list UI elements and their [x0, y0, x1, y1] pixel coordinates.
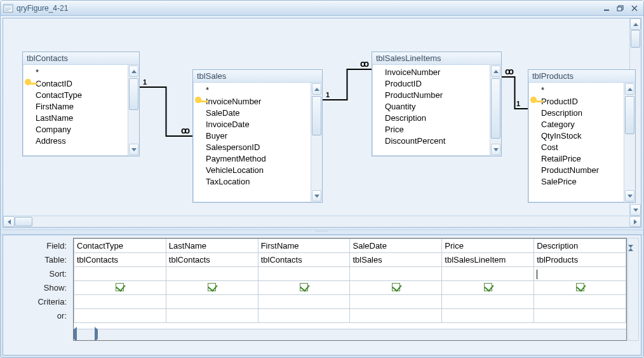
grid-cell-table[interactable]: tblContacts	[74, 253, 166, 267]
scroll-thumb[interactable]	[491, 78, 500, 139]
show-checkbox[interactable]	[300, 283, 308, 291]
designer-horizontal-scrollbar[interactable]	[3, 216, 641, 227]
scroll-up-icon[interactable]	[491, 65, 500, 77]
grid-cell-show[interactable]	[350, 281, 442, 295]
table-scrollbar[interactable]	[311, 83, 322, 202]
table-header[interactable]: tblProducts	[528, 70, 635, 83]
show-checkbox[interactable]	[576, 283, 584, 291]
grid-cell-sort[interactable]	[350, 267, 442, 281]
table-header[interactable]: tblContacts	[23, 52, 139, 65]
grid-cell-show[interactable]	[166, 281, 258, 295]
field-item[interactable]: Description	[372, 112, 490, 123]
pane-splitter[interactable]: ••••••••••	[1, 230, 643, 235]
field-item[interactable]: Description	[528, 107, 624, 118]
scroll-right-icon[interactable]	[629, 216, 641, 227]
grid-cell-field[interactable]: ContactType	[74, 239, 166, 253]
scroll-down-icon[interactable]	[491, 144, 500, 155]
qbe-grid[interactable]: ContactTypeLastNameFirstNameSaleDatePric…	[74, 238, 626, 323]
grid-vertical-scrollbar[interactable]	[627, 238, 639, 341]
show-checkbox[interactable]	[116, 283, 124, 291]
scroll-thumb[interactable]	[631, 30, 640, 48]
grid-cell-or[interactable]	[442, 309, 534, 323]
field-item[interactable]: InvoiceNumber	[372, 66, 490, 78]
field-list[interactable]: InvoiceNumberProductIDProductNumberQuant…	[372, 65, 490, 156]
field-item[interactable]: ContactID	[23, 78, 128, 89]
show-checkbox[interactable]	[392, 283, 400, 291]
grid-cell-criteria[interactable]	[442, 295, 534, 309]
table-header[interactable]: tblSalesLineItems	[372, 52, 501, 65]
field-item[interactable]: QtyInStock	[528, 130, 624, 141]
field-item[interactable]: TaxLocation	[193, 176, 311, 187]
field-item[interactable]: ProductNumber	[528, 164, 624, 176]
minimize-button[interactable]	[600, 3, 613, 13]
grid-cell-table[interactable]: tblSalesLineItem	[442, 253, 534, 267]
field-item[interactable]: LastName	[23, 112, 128, 123]
scroll-thumb[interactable]	[129, 78, 138, 110]
field-item[interactable]: ContactType	[23, 89, 128, 100]
field-item[interactable]: DiscountPercent	[372, 135, 490, 146]
grid-cell-or[interactable]	[534, 309, 626, 323]
title-bar[interactable]: qryFigure_4-21	[1, 1, 643, 16]
field-item[interactable]: FirstName	[23, 100, 128, 112]
scroll-right-icon[interactable]	[95, 329, 98, 340]
scroll-track[interactable]	[77, 329, 95, 340]
field-item[interactable]: InvoiceNumber	[193, 95, 311, 107]
field-item[interactable]: SalePrice	[528, 176, 624, 187]
close-button[interactable]	[628, 3, 641, 13]
show-checkbox[interactable]	[208, 283, 216, 291]
grid-cell-table[interactable]: tblSales	[350, 253, 442, 267]
field-item[interactable]: Buyer	[193, 130, 311, 141]
grid-cell-field[interactable]: SaleDate	[350, 239, 442, 253]
grid-cell-criteria[interactable]	[166, 295, 258, 309]
field-item[interactable]: *	[528, 84, 624, 95]
field-list[interactable]: *ProductIDDescriptionCategoryQtyInStockC…	[528, 83, 624, 202]
field-item[interactable]: Price	[372, 123, 490, 135]
grid-cell-table[interactable]: tblContacts	[166, 253, 258, 267]
grid-cell-field[interactable]: Description	[534, 239, 626, 253]
field-item[interactable]: RetailPrice	[528, 153, 624, 164]
grid-cell-table[interactable]: tblContacts	[258, 253, 350, 267]
scroll-left-icon[interactable]	[3, 216, 15, 227]
table-relationship-pane[interactable]: 1oo1oooo1 tblContacts*ContactIDContactTy…	[3, 18, 641, 228]
scroll-down-icon[interactable]	[628, 248, 638, 258]
scroll-down-icon[interactable]	[312, 190, 321, 202]
field-item[interactable]: ProductID	[528, 95, 624, 107]
field-list[interactable]: *InvoiceNumberSaleDateInvoiceDateBuyerSa…	[193, 83, 311, 202]
field-item[interactable]: SaleDate	[193, 107, 311, 118]
scroll-up-icon[interactable]	[312, 83, 321, 95]
grid-cell-sort[interactable]	[442, 267, 534, 281]
field-item[interactable]: Cost	[528, 141, 624, 153]
field-item[interactable]: Quantity	[372, 100, 490, 112]
grid-cell-sort[interactable]	[166, 267, 258, 281]
restore-button[interactable]	[614, 3, 627, 13]
field-item[interactable]: Category	[528, 118, 624, 130]
scroll-down-icon[interactable]	[625, 190, 634, 202]
field-item[interactable]: *	[23, 66, 128, 78]
scroll-track[interactable]	[312, 96, 321, 189]
scroll-thumb[interactable]	[15, 217, 32, 226]
table-tblSales[interactable]: tblSales*InvoiceNumberSaleDateInvoiceDat…	[192, 69, 323, 203]
scroll-up-icon[interactable]	[625, 83, 634, 95]
grid-cell-show[interactable]	[74, 281, 166, 295]
grid-cell-show[interactable]	[442, 281, 534, 295]
table-scrollbar[interactable]	[128, 65, 139, 156]
table-header[interactable]: tblSales	[193, 70, 322, 83]
table-scrollbar[interactable]	[624, 83, 635, 202]
field-item[interactable]: Address	[23, 135, 128, 146]
scroll-thumb[interactable]	[625, 96, 634, 134]
field-item[interactable]: ProductNumber	[372, 89, 490, 100]
scroll-up-icon[interactable]	[630, 18, 641, 30]
grid-cell-show[interactable]	[534, 281, 626, 295]
table-scrollbar[interactable]	[490, 65, 501, 156]
grid-cell-sort[interactable]	[258, 267, 350, 281]
grid-cell-field[interactable]: FirstName	[258, 239, 350, 253]
grid-cell-sort[interactable]	[534, 267, 626, 281]
grid-cell-field[interactable]: Price	[442, 239, 534, 253]
field-item[interactable]: PaymentMethod	[193, 153, 311, 164]
scroll-track[interactable]	[129, 78, 138, 142]
scroll-down-icon[interactable]	[630, 204, 641, 216]
grid-cell-criteria[interactable]	[74, 295, 166, 309]
grid-cell-criteria[interactable]	[350, 295, 442, 309]
grid-cell-show[interactable]	[258, 281, 350, 295]
scroll-track[interactable]	[15, 216, 629, 227]
